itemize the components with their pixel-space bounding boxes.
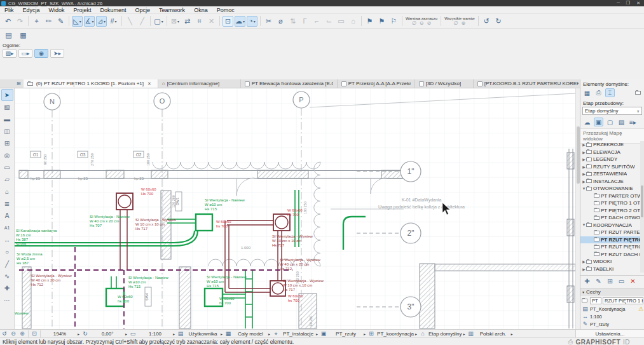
delete-icon[interactable]: ✕: [628, 276, 638, 285]
magic-wand-icon[interactable]: ⌗: [194, 16, 205, 27]
tree-item-rzuty-sufitów[interactable]: ▶RZUTY SUFITÓW: [580, 163, 640, 171]
tree-item-przekroje[interactable]: ▶PRZEKROJE: [580, 141, 640, 149]
layer-combination[interactable]: PT_instalacje▸: [280, 331, 319, 337]
pen-set-icon[interactable]: ▤: [176, 330, 185, 337]
chevron-right-icon[interactable]: ▶: [582, 142, 586, 147]
lock-icon[interactable]: ⊠▾: [170, 16, 181, 27]
marquee-tool[interactable]: ▧: [1, 101, 13, 113]
orientation[interactable]: 0,00°▸: [90, 331, 128, 337]
fillet-icon[interactable]: ⌙: [324, 16, 334, 27]
tab-active[interactable]: (0) PT RZUT PIĘTRO 1 KOORD [1. Poziom +1…: [24, 79, 158, 88]
menu-item-dokument[interactable]: Dokument: [96, 7, 131, 13]
tree-scrollbar[interactable]: [640, 141, 644, 273]
column-tool[interactable]: ◎: [1, 149, 13, 161]
menu-item-okna[interactable]: Okna: [189, 7, 212, 13]
intersect-icon[interactable]: ⌐: [312, 16, 322, 27]
slab-tool[interactable]: ▱: [1, 173, 13, 186]
model-view-options[interactable]: PT_koordynacja▸: [376, 331, 418, 337]
menu-item-widok[interactable]: Widok: [45, 7, 69, 13]
menu-item-opcje[interactable]: Opcje: [131, 7, 155, 13]
tree-item-elewacja[interactable]: ▶ELEWACJA: [580, 149, 640, 156]
pencil-icon[interactable]: ✎: [55, 16, 66, 27]
tree-item-pt-rzut-parter-k[interactable]: PT RZUT PARTER K: [580, 229, 640, 236]
chevron-right-icon[interactable]: ▶: [582, 267, 586, 271]
undo-icon[interactable]: ↶: [3, 16, 13, 27]
tree-item-pt-dach-otworo[interactable]: PT DACH OTWORO: [580, 214, 640, 222]
chevron-right-icon[interactable]: ▶: [582, 150, 586, 154]
pen-set-value[interactable]: PT_rzuty: [590, 321, 609, 327]
dimension-tool[interactable]: ↔: [1, 234, 13, 246]
pens-icon[interactable]: ▣: [319, 330, 328, 337]
layer-comb-icon[interactable]: ⌖: [271, 330, 280, 337]
tab-4[interactable]: [3D / Wszystko]: [415, 79, 474, 88]
adjust-icon[interactable]: ⌀: [275, 16, 286, 27]
floor-plan-canvas[interactable]: NOP 1"2"3" O1O3O2hp 25hp 25hp 25DW1SW4 9…: [15, 88, 575, 329]
tree-item-otworowanie[interactable]: ▼OTWOROWANIE: [580, 185, 640, 193]
clone-folder-icon[interactable]: ⊞: [605, 276, 615, 285]
pen-set[interactable]: Użytkownika▸: [185, 331, 224, 337]
chevron-right-icon[interactable]: ▶: [582, 157, 586, 161]
guide-segment-icon[interactable]: ╲: [125, 16, 135, 27]
scale-icon[interactable]: ▭: [128, 330, 137, 337]
close-button[interactable]: ✕: [636, 1, 640, 6]
label-tool[interactable]: A1: [1, 222, 13, 234]
teamwork-cloud-icon[interactable]: ☁: [582, 118, 592, 126]
tab-3[interactable]: PT Przekrój A-A [A-A Przekrój]: [338, 79, 415, 88]
model-filter[interactable]: Cały model▸: [233, 331, 271, 337]
erase-guides-icon[interactable]: ╱: [137, 16, 147, 27]
layer-action-icon[interactable]: ∅: [412, 21, 416, 26]
reserve-icon[interactable]: ◔▾: [247, 16, 257, 27]
circle-tool[interactable]: ○: [1, 246, 13, 258]
tree-item-widoki[interactable]: ▶WIDOKI: [580, 258, 640, 266]
menu-item-projekt[interactable]: Projekt: [69, 7, 96, 13]
door-tool[interactable]: ◫: [1, 125, 13, 137]
tree-item-pt-parter-otwor[interactable]: PT PARTER OTWOR: [580, 193, 640, 200]
phase-icon[interactable]: ⌂: [418, 330, 427, 337]
spline-tool[interactable]: ∿: [1, 270, 13, 282]
elevate-icon[interactable]: ⇅: [287, 16, 298, 27]
orbit-icon[interactable]: ↻: [81, 330, 90, 337]
new-folder-icon[interactable]: ✚: [582, 276, 592, 285]
view-map-icon[interactable]: ▣: [594, 118, 603, 126]
settings-button[interactable]: Ustawienia...: [575, 330, 644, 337]
arrow-tool[interactable]: ➤: [1, 89, 13, 101]
maximize-button[interactable]: ❒: [626, 1, 630, 6]
stretch-icon[interactable]: ⌂: [348, 16, 359, 27]
model-filter-icon[interactable]: ▦: [224, 330, 233, 337]
more-tools[interactable]: ⋯: [1, 294, 13, 306]
tree-item-instalacje[interactable]: ▶INSTALACJE: [580, 178, 640, 186]
menu-item-plik[interactable]: Plik: [0, 7, 18, 13]
chevron-right-icon[interactable]: ▶: [582, 165, 586, 169]
chevron-right-icon[interactable]: ▶: [582, 179, 586, 184]
phase-select[interactable]: Etap domyślny ∨: [582, 107, 642, 115]
menu-item-pomoc[interactable]: Pomoc: [212, 7, 239, 13]
trim-icon[interactable]: Γ: [299, 16, 310, 27]
layer-redo-icon[interactable]: ↻: [493, 16, 504, 27]
dimension-standard[interactable]: Polski arch.▸: [475, 331, 514, 337]
ungroup-icon[interactable]: ✕: [206, 16, 217, 27]
tree-item-legendy[interactable]: ▶LEGENDY: [580, 156, 640, 163]
redo-icon[interactable]: ↷: [15, 16, 25, 27]
split-icon[interactable]: ✂: [263, 16, 274, 27]
layer-combination-value[interactable]: PT_Koordynacja: [590, 306, 625, 312]
layer-action-icon[interactable]: ⊘: [427, 21, 432, 26]
tree-item-pt-piętro-2-otwo[interactable]: PT PIĘTRO 2 OTWO: [580, 207, 640, 215]
guide-lines-icon[interactable]: ◺▾: [72, 16, 83, 27]
view-id-field[interactable]: PT: [590, 297, 601, 304]
layout-book-icon[interactable]: ▤: [617, 118, 626, 126]
tree-item-tabelki[interactable]: ▶TABELKI: [580, 266, 640, 273]
marquee-options-icon[interactable]: ▢▾: [153, 16, 164, 27]
menu-item-edycja[interactable]: Edycja: [18, 7, 45, 13]
tree-item-koordynacja[interactable]: ▼KOORDYNACJA: [580, 222, 640, 229]
tree-item-zestawienia[interactable]: ▶ZESTAWIENIA: [580, 170, 640, 178]
pens[interactable]: PT_rzuty▸: [328, 331, 367, 337]
tab-overview-icon[interactable]: ⊞: [0, 79, 24, 88]
chevron-down-icon[interactable]: ▼: [582, 223, 586, 227]
tree-item-pt-rzut-piętro-1[interactable]: PT RZUT PIĘTRO 1: [580, 236, 640, 244]
zoom-out-icon[interactable]: ⊖: [9, 330, 18, 337]
roof-tool[interactable]: ⌂: [1, 186, 13, 198]
snap-points-icon[interactable]: ⊿▾: [96, 16, 107, 27]
zoom-fit-icon[interactable]: ↺: [0, 330, 9, 337]
rotate-mode-button[interactable]: ◉: [34, 49, 48, 58]
teamwork-sync-icon[interactable]: ☁▾: [235, 16, 245, 27]
